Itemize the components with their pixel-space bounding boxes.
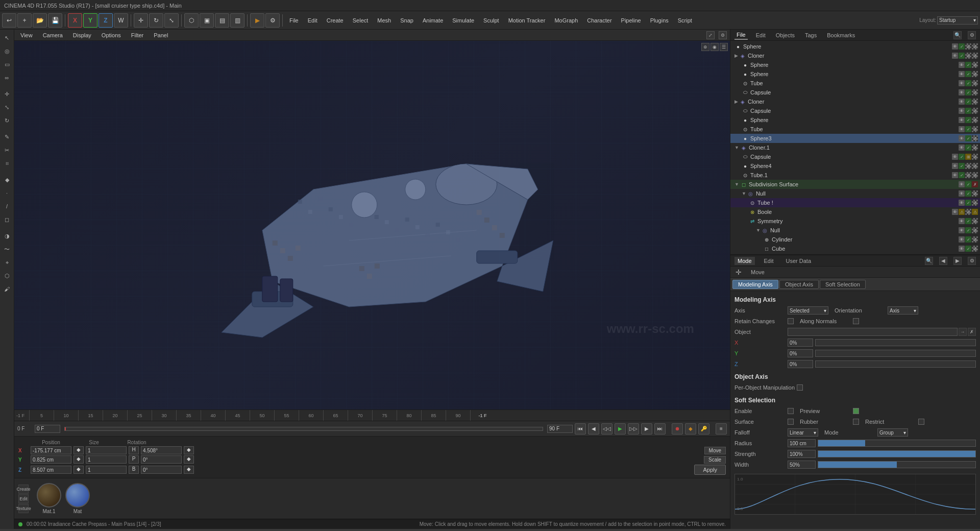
- save-button[interactable]: 💾: [48, 13, 62, 28]
- ti-rs4[interactable]: ⊞: [972, 117, 978, 123]
- material-texture-button[interactable]: Texture: [18, 504, 29, 513]
- ti-vcl2[interactable]: 👁: [959, 99, 965, 105]
- end-frame-input[interactable]: [547, 425, 573, 433]
- live-selection-tool[interactable]: ◎: [1, 45, 13, 57]
- am-arrow-right[interactable]: ▶: [953, 257, 962, 265]
- y-value-field[interactable]: [788, 349, 813, 357]
- viewport-nav-icon[interactable]: ⊕: [701, 43, 709, 51]
- tree-item-capsule-2[interactable]: ⬭ Capsule 👁 ✓ ⊞: [730, 106, 980, 115]
- ti-lock-c1[interactable]: ✓: [959, 53, 965, 59]
- ti-vc1[interactable]: 👁: [959, 89, 965, 95]
- timeline-scrubber[interactable]: [64, 427, 543, 431]
- render-settings-button[interactable]: ⚙: [265, 13, 280, 28]
- ti-lcl2[interactable]: ✓: [965, 99, 971, 105]
- ti-rb2[interactable]: ⚠: [972, 209, 978, 215]
- scale-tool[interactable]: ⤡: [1, 101, 13, 113]
- am-tab-mode[interactable]: Mode: [734, 257, 755, 265]
- z-size-field[interactable]: [86, 466, 127, 474]
- tree-item-sphere4[interactable]: ● Sphere4 👁 ✓ ⊞ ⊞: [730, 161, 980, 171]
- ti-rt1b[interactable]: ⊞: [965, 172, 971, 178]
- ti-v3[interactable]: 👁: [959, 71, 965, 77]
- goto-end-button[interactable]: ⏭: [654, 423, 666, 435]
- preview-checkbox[interactable]: [853, 408, 859, 414]
- world-axis-button[interactable]: W: [114, 13, 128, 28]
- ti-lcl1[interactable]: ✓: [965, 144, 971, 151]
- pipeline-menu[interactable]: Pipeline: [617, 16, 645, 25]
- om-tab-file[interactable]: File: [734, 31, 748, 40]
- ti-lt1[interactable]: ✓: [965, 80, 971, 86]
- tree-item-subdivision[interactable]: ▼ ◻ Subdivision Surface 👁 ✓ ✗: [730, 180, 980, 189]
- ti-lcap2[interactable]: ✓: [965, 108, 971, 114]
- z-pos-spinner[interactable]: ◆: [74, 466, 84, 474]
- ti-vcl1[interactable]: 👁: [959, 144, 965, 151]
- ti-rs4b[interactable]: ⊞: [965, 163, 971, 169]
- material-tool[interactable]: ◑: [1, 230, 13, 242]
- ti-vcap3[interactable]: 👁: [952, 154, 958, 160]
- filter-menu[interactable]: Filter: [128, 32, 146, 39]
- ti-lcap3[interactable]: ✓: [959, 154, 965, 160]
- ti-vcap2[interactable]: 👁: [959, 108, 965, 114]
- ti-r2-c1[interactable]: ⊞: [972, 53, 978, 59]
- apply-button[interactable]: Apply: [694, 465, 726, 475]
- rotate-tool[interactable]: ↻: [1, 114, 13, 127]
- tree-item-sphere-2[interactable]: ● Sphere 👁 ✓ ⊞: [730, 60, 980, 69]
- om-tab-bookmarks[interactable]: Bookmarks: [825, 31, 857, 39]
- ti-render[interactable]: ⊞: [965, 43, 971, 50]
- ti-r-s3[interactable]: ⊞: [972, 71, 978, 77]
- ti-vn1[interactable]: 👁: [959, 190, 965, 197]
- z-rot-spinner[interactable]: ◆: [184, 466, 194, 474]
- am-arrow-left[interactable]: ◀: [939, 257, 947, 265]
- ti-rt1c[interactable]: ⊞: [972, 172, 978, 178]
- axis-y-button[interactable]: Y: [83, 13, 97, 28]
- panel-menu[interactable]: Panel: [151, 32, 171, 39]
- tree-item-sphere3[interactable]: ● Sphere3 👁 ✓ ⊞: [730, 134, 980, 143]
- tree-item-cloner-1[interactable]: ▶ ◈ Cloner 👁 ✓ ⊞ ⊞: [730, 51, 980, 60]
- poly-mode-tool[interactable]: ◻: [1, 213, 13, 226]
- ti-vte[interactable]: 👁: [959, 200, 965, 206]
- radius-slider[interactable]: [818, 440, 976, 447]
- om-tab-edit[interactable]: Edit: [754, 31, 768, 39]
- animate-menu[interactable]: Animate: [419, 16, 447, 25]
- tree-item-null-1[interactable]: ▼ ◎ Null 👁 ✓ ⊞: [730, 189, 980, 198]
- ti-vsym[interactable]: 👁: [959, 218, 965, 224]
- falloff-dropdown[interactable]: Linear▾: [788, 428, 818, 437]
- ti-rni[interactable]: ⊞: [972, 227, 978, 233]
- ti-vs4b[interactable]: 👁: [952, 163, 958, 169]
- camera-menu[interactable]: Camera: [40, 32, 66, 39]
- edit-menu[interactable]: Edit: [304, 16, 322, 25]
- ti-lock[interactable]: ✓: [959, 43, 965, 50]
- edge-mode-tool[interactable]: /: [1, 200, 13, 212]
- x-rotation-field[interactable]: [141, 446, 182, 454]
- strength-field[interactable]: [788, 450, 816, 458]
- object-pick-btn[interactable]: →: [959, 328, 967, 336]
- view-menu[interactable]: View: [17, 32, 36, 39]
- deformer-tool[interactable]: ⌖: [1, 256, 13, 269]
- ti-r-c1[interactable]: ⊞: [965, 53, 971, 59]
- z-position-field[interactable]: [31, 466, 71, 474]
- polygon-pen-tool[interactable]: ✎: [1, 131, 13, 143]
- object-field[interactable]: [788, 328, 958, 336]
- tree-item-cube[interactable]: □ Cube 👁 ✓ ⊞: [730, 244, 980, 253]
- am-search[interactable]: 🔍: [925, 257, 933, 265]
- mograph-menu[interactable]: MoGraph: [550, 16, 582, 25]
- ti-rs3[interactable]: ⊞: [972, 135, 978, 141]
- om-search-button[interactable]: 🔍: [953, 31, 962, 39]
- tree-item-sphere-top[interactable]: ● Sphere 👁 ✓ ⊞ ⊞: [730, 42, 980, 51]
- ti-ls3[interactable]: ✓: [965, 135, 971, 141]
- restrict-checkbox[interactable]: [918, 419, 924, 425]
- ti-rcl1[interactable]: ⊞: [972, 144, 978, 151]
- ti-v2[interactable]: 👁: [959, 62, 965, 68]
- keyframe-button[interactable]: ◆: [685, 423, 696, 435]
- z-rotation-field[interactable]: [141, 466, 182, 474]
- viewport-maximize-button[interactable]: ⤢: [706, 31, 715, 39]
- display-menu[interactable]: Display: [70, 32, 94, 39]
- ti-lni[interactable]: ✓: [965, 227, 971, 233]
- orientation-dropdown[interactable]: Axis▾: [888, 306, 918, 315]
- retain-changes-checkbox[interactable]: [788, 318, 794, 324]
- surface-checkbox[interactable]: [788, 419, 794, 425]
- y-position-field[interactable]: [31, 455, 71, 464]
- tree-item-tube-2[interactable]: ⊙ Tube 👁 ✓ ⊞: [730, 125, 980, 134]
- am-tab-edit[interactable]: Edit: [761, 257, 777, 265]
- goto-start-button[interactable]: ⏮: [575, 423, 586, 435]
- ti-lcube[interactable]: ✓: [965, 246, 971, 252]
